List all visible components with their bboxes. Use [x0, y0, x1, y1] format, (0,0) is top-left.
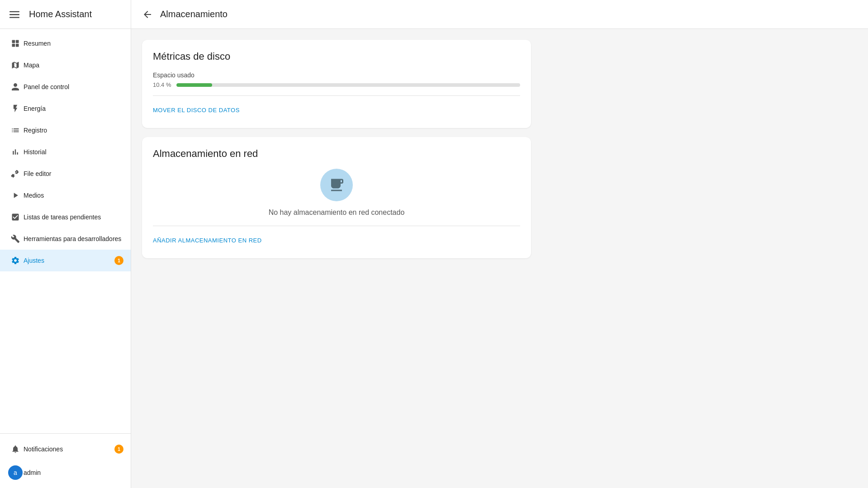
add-network-storage-button[interactable]: AÑADIR ALMACENAMIENTO EN RED: [153, 233, 262, 247]
progress-bar-fill: [176, 83, 212, 87]
bell-icon: [7, 445, 24, 454]
avatar: a: [7, 465, 24, 480]
sidebar-nav: Resumen Mapa Panel de control: [0, 29, 131, 433]
chart-icon: [7, 147, 24, 156]
sidebar-label-notifications: Notificaciones: [24, 445, 114, 453]
sidebar-item-historial[interactable]: Historial: [0, 141, 131, 163]
sidebar-item-mapa[interactable]: Mapa: [0, 54, 131, 76]
network-storage-icon: [320, 169, 353, 201]
sidebar-item-medios[interactable]: Medios: [0, 185, 131, 206]
play-icon: [7, 191, 24, 200]
disk-usage-row: 10.4 %: [153, 81, 520, 88]
ajustes-badge: 1: [114, 256, 123, 265]
sidebar-label-historial: Historial: [24, 148, 123, 156]
sidebar-label-mapa: Mapa: [24, 62, 123, 69]
network-card-divider: [153, 226, 520, 226]
notifications-badge: 1: [114, 445, 123, 454]
sidebar-item-panel[interactable]: Panel de control: [0, 76, 131, 98]
sidebar-item-registro[interactable]: Registro: [0, 119, 131, 141]
move-disk-button[interactable]: MOVER EL DISCO DE DATOS: [153, 103, 240, 117]
dev-icon: [7, 234, 24, 243]
disk-usage-label: Espacio usado: [153, 71, 520, 79]
main-header: Almacenamiento: [131, 0, 868, 29]
list-icon: [7, 126, 24, 135]
network-empty-text: No hay almacenamiento en red conectado: [153, 208, 520, 217]
sidebar-label-energia: Energía: [24, 105, 123, 112]
sidebar-label-medios: Medios: [24, 192, 123, 199]
sidebar-item-herramientas[interactable]: Herramientas para desarrolladores: [0, 228, 131, 250]
network-storage-card: Almacenamiento en red No hay almacenamie…: [142, 137, 531, 258]
sidebar-label-user: admin: [24, 469, 123, 476]
network-storage-title: Almacenamiento en red: [153, 148, 520, 160]
network-icon-container: [153, 169, 520, 201]
sidebar-item-user[interactable]: a admin: [0, 461, 131, 484]
svg-rect-1: [9, 14, 19, 15]
grid-icon: [7, 39, 24, 48]
svg-rect-4: [16, 40, 19, 43]
svg-rect-6: [16, 44, 19, 47]
sidebar-label-registro: Registro: [24, 127, 123, 134]
sidebar-item-tareas[interactable]: Listas de tareas pendientes: [0, 206, 131, 228]
sidebar: Home Assistant Resumen Mapa: [0, 0, 131, 488]
sidebar-label-panel: Panel de control: [24, 83, 123, 90]
sidebar-item-notifications[interactable]: Notificaciones 1: [0, 437, 131, 461]
svg-rect-0: [9, 11, 19, 12]
progress-bar-background: [176, 83, 520, 87]
svg-rect-2: [9, 17, 19, 18]
wrench-icon: [7, 169, 24, 178]
sidebar-label-resumen: Resumen: [24, 40, 123, 47]
person-icon: [7, 82, 24, 91]
sidebar-item-file-editor[interactable]: File editor: [0, 163, 131, 185]
app-title: Home Assistant: [29, 9, 92, 19]
sidebar-header: Home Assistant: [0, 0, 131, 29]
map-icon: [7, 61, 24, 70]
page-title: Almacenamiento: [160, 9, 228, 19]
bolt-icon: [7, 104, 24, 113]
main-area: Almacenamiento Métricas de disco Espacio…: [131, 0, 868, 488]
sidebar-label-file-editor: File editor: [24, 170, 123, 177]
main-content: Métricas de disco Espacio usado 10.4 % M…: [131, 29, 868, 488]
sidebar-label-ajustes: Ajustes: [24, 257, 114, 264]
disk-percent: 10.4 %: [153, 81, 171, 88]
svg-rect-5: [12, 44, 15, 47]
sidebar-item-resumen[interactable]: Resumen: [0, 33, 131, 54]
sidebar-item-energia[interactable]: Energía: [0, 98, 131, 119]
back-button[interactable]: [138, 5, 157, 24]
disk-metrics-title: Métricas de disco: [153, 51, 520, 62]
sidebar-item-ajustes[interactable]: Ajustes 1: [0, 250, 131, 271]
card-divider: [153, 95, 520, 96]
sidebar-label-tareas: Listas de tareas pendientes: [24, 213, 123, 221]
sidebar-footer: Notificaciones 1 a admin: [0, 433, 131, 488]
menu-icon[interactable]: [7, 7, 22, 22]
gear-icon: [7, 256, 24, 265]
disk-metrics-card: Métricas de disco Espacio usado 10.4 % M…: [142, 40, 531, 128]
svg-rect-3: [12, 40, 15, 43]
sidebar-label-herramientas: Herramientas para desarrolladores: [24, 235, 123, 242]
tasks-icon: [7, 213, 24, 222]
